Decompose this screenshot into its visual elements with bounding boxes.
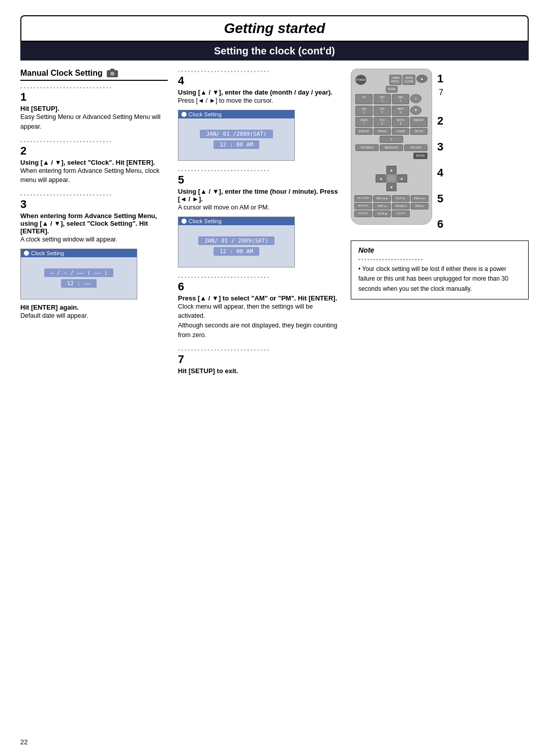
dpad-left[interactable]: ◄ — [376, 174, 386, 183]
step-label-5: 5 — [437, 191, 443, 207]
nav-row: TOP MENU MENU/LIST RETURN — [355, 144, 428, 151]
dpad-right[interactable]: ► — [397, 174, 407, 183]
step-7: •••••••••••••••••••••••••••• 7 Hit [SETU… — [178, 347, 341, 375]
btn-down-round[interactable]: ▼ — [410, 106, 421, 115]
btn-pause[interactable]: PAUSE II — [392, 203, 410, 209]
step5-dots: •••••••••••••••••••••••••••• — [178, 168, 341, 173]
dpad: ▲ ◄ ► ▼ — [376, 166, 407, 191]
dpad-center[interactable] — [386, 174, 396, 183]
step2-number: 2 — [20, 145, 168, 157]
btn-stop[interactable]: STOP ■ — [373, 210, 391, 217]
btn-rec-otr[interactable]: REC/OTR — [354, 210, 372, 217]
clock-window-3: Clock Setting JAN/ 01 / 2009(SAT) 12 : 0… — [178, 217, 295, 267]
clock-window-1: Clock Setting — / — / —— ( —— ) 12 : —— — [20, 249, 137, 299]
btn-empty3 — [411, 210, 429, 217]
dpad-down[interactable]: ▼ — [386, 183, 396, 191]
btn-rev[interactable]: REV ◄◄ — [373, 195, 391, 202]
step6-bold: Press [▲ / ▼] to select "AM" or "PM". Hi… — [178, 294, 341, 302]
btn-skip-back[interactable]: SKIP ◄ — [373, 203, 391, 209]
page-number: 22 — [20, 738, 27, 746]
btn-space[interactable]: SPACE — [374, 128, 391, 135]
clock-display-3a: JAN/ 01 / 2009(SAT) — [198, 236, 274, 245]
note-title: Note — [358, 246, 521, 254]
step-4: •••••••••••••••••••••••••••• 4 Using [▲ … — [178, 69, 341, 161]
btn-play[interactable]: PLAY ► — [392, 195, 410, 202]
transport-row3: REC/OTR STOP ■ CM SKIP — [354, 210, 429, 217]
btn-pqrs[interactable]: PQRS7 — [355, 117, 373, 127]
clock-window-2: Clock Setting JAN/ 01 /2009(SAT) 12 : 00… — [178, 110, 295, 161]
clock-display-2b: 12 : 00 AM — [214, 140, 259, 149]
step-5: •••••••••••••••••••••••••••• 5 Using [▲ … — [178, 168, 341, 267]
btn-repeat[interactable]: REPEAT — [410, 117, 428, 127]
step-3: •••••••••••••••••••••••••••• 3 When ente… — [20, 192, 168, 321]
clock-display-1b: 12 : —— — [61, 279, 97, 288]
btn-cm-skip[interactable]: CM SKIP — [392, 210, 410, 217]
transport-row1: REC SPEED REV ◄◄ PLAY ► FWD ►► — [354, 195, 429, 202]
open-close-btn[interactable]: OPENCLOSE — [403, 75, 415, 85]
step1-number: 1 — [20, 92, 168, 103]
zoom-btn[interactable]: ZOOM — [386, 86, 398, 93]
clock-display-2a: JAN/ 01 /2009(SAT) — [200, 130, 272, 138]
remote-control: POWER TIMERPROG. OPENCLOSE ▲ ZOOM II/I — [351, 69, 432, 225]
btn-mno[interactable]: MNO6 — [392, 106, 409, 116]
step-label-4: 4 — [437, 165, 443, 181]
step2-bold: Using [▲ / ▼], select "Clock". Hit [ENTE… — [20, 159, 168, 166]
transport-row2: MONITOR SKIP ◄ PAUSE II SKIP ► — [354, 203, 429, 209]
clock-window-1-title-text: Clock Setting — [31, 250, 64, 256]
clock-display-3b: 12 : 00 AM — [214, 247, 259, 256]
clock-window-1-body: — / — / —— ( —— ) 12 : —— — [21, 257, 137, 299]
svg-rect-2 — [110, 69, 114, 71]
step6-text: Clock menu will appear, then the setting… — [178, 302, 341, 340]
dpad-empty-tr — [397, 166, 407, 174]
btn-skip-fwd[interactable]: SKIP ► — [411, 203, 429, 209]
btn-wxyz[interactable]: WXYZ9 — [392, 117, 409, 127]
btn-rec-speed[interactable]: REC SPEED — [354, 195, 372, 202]
btn-top-menu[interactable]: TOP MENU — [355, 144, 379, 151]
step4-number: 4 — [178, 75, 341, 86]
btn-ghi[interactable]: GHI4 — [355, 106, 373, 116]
dpad-empty-bl — [376, 183, 386, 191]
step-label-6: 6 — [437, 217, 443, 232]
step-2: •••••••••••••••••••••••••••• 2 Using [▲ … — [20, 139, 168, 186]
remote-row-top: POWER TIMERPROG. OPENCLOSE ▲ — [355, 75, 428, 85]
btn-jkl[interactable]: JKL5 — [374, 106, 391, 116]
step-number-labels: 1 7 2 3 4 5 6 — [437, 69, 443, 232]
btn-pause-text[interactable]: II/I — [355, 94, 373, 104]
btn-abc[interactable]: ABC2 — [374, 94, 391, 104]
btn-return[interactable]: RETURN — [404, 144, 428, 151]
page-title-box: Getting started — [20, 15, 529, 42]
step5-bold: Using [▲ / ▼], enter the time (hour / mi… — [178, 188, 341, 203]
btn-4-round[interactable]: 4 — [410, 94, 421, 103]
btn-display[interactable]: DISPLAY — [355, 128, 373, 135]
btn-fwd[interactable]: FWD ►► — [411, 195, 429, 202]
btn-empty2 — [404, 136, 428, 143]
btn-def[interactable]: DEF3 — [392, 94, 409, 104]
up-top-btn[interactable]: ▲ — [416, 75, 428, 83]
btn-menu-list[interactable]: MENU/LIST — [380, 144, 403, 151]
step4-bold: Using [▲ / ▼], enter the date (month / d… — [178, 88, 341, 96]
btn-monitor[interactable]: MONITOR — [354, 203, 372, 209]
main-content: Manual Clock Setting •••••••••••••••••••… — [20, 69, 529, 382]
camera-icon — [107, 69, 118, 78]
section-header: Setting the clock (cont'd) — [20, 42, 529, 61]
num-pad-2: GHI4 JKL5 MNO6 ▼ — [355, 106, 428, 116]
step-label-3: 3 — [437, 139, 443, 155]
power-btn[interactable]: POWER — [355, 75, 367, 85]
middle-column: •••••••••••••••••••••••••••• 4 Using [▲ … — [178, 69, 341, 382]
dpad-empty-tl — [376, 166, 386, 174]
dpad-empty-br — [397, 183, 407, 191]
btn-setup[interactable]: SETUP — [410, 128, 428, 135]
btn-0[interactable]: 0 — [380, 136, 403, 143]
btn-clear[interactable]: CLEAR — [392, 128, 409, 135]
timer-prog-btn[interactable]: TIMERPROG. — [389, 75, 402, 85]
clock-window-1-title: Clock Setting — [21, 249, 137, 257]
btn-enter[interactable]: ENTER — [413, 153, 428, 159]
num-pad: II/I ABC2 DEF3 4 — [355, 94, 428, 104]
step2-text: When entering form Advance Setting Menu,… — [20, 166, 168, 186]
btn-tuv[interactable]: TUV8 — [374, 117, 391, 127]
clock-window-3-title-text: Clock Setting — [189, 218, 222, 224]
step-label-1: 1 — [437, 71, 443, 87]
remote-top: POWER TIMERPROG. OPENCLOSE ▲ ZOOM II/I — [354, 73, 429, 162]
btn-empty — [355, 136, 379, 143]
dpad-up[interactable]: ▲ — [386, 166, 396, 174]
